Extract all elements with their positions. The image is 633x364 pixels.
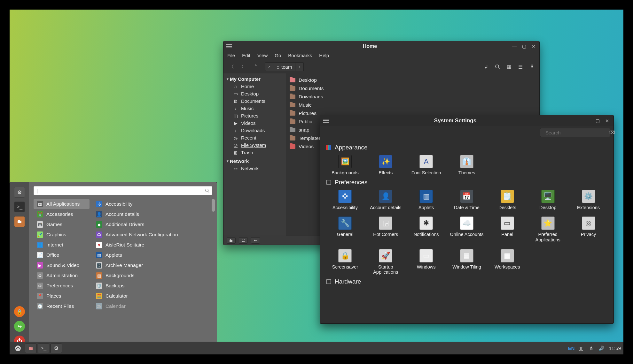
keyboard-layout-indicator[interactable]: EN [568, 345, 574, 351]
search-button[interactable] [493, 63, 502, 71]
settings-search-input[interactable]: ⌫ [540, 128, 610, 137]
clear-icon[interactable]: ⌫ [609, 130, 615, 135]
settings-item-online-accounts[interactable]: ☁️Online Accounts [448, 216, 486, 242]
icon-view-button[interactable]: ▦ [505, 63, 513, 71]
clock[interactable]: 11:59 [609, 345, 621, 351]
sidebar-item-pictures[interactable]: ◫Pictures [227, 112, 286, 119]
menu-category-preferences[interactable]: ⚙Preferences [34, 281, 90, 291]
breadcrumb-next[interactable]: › [295, 62, 304, 71]
minimize-button[interactable]: — [585, 118, 591, 124]
menu-category-sound-video[interactable]: ▶Sound & Video [34, 260, 90, 270]
logout-button[interactable]: ↪ [14, 321, 25, 332]
menu-app-calendar[interactable]: 28Calendar [93, 301, 212, 311]
status-hide-button[interactable]: ⇤ [251, 237, 260, 244]
sidebar-item-home[interactable]: ⌂Home [227, 83, 286, 90]
favorite-settings[interactable]: ⚙ [14, 187, 25, 198]
menu-search-input[interactable] [34, 186, 212, 195]
sidebar-item-music[interactable]: ♪Music [227, 105, 286, 112]
favorite-terminal[interactable]: >_ [14, 201, 25, 212]
breadcrumb-home[interactable]: ⌂ team [273, 62, 295, 71]
settings-item-date-time[interactable]: 📅Date & Time [448, 190, 486, 210]
hamburger-icon[interactable] [323, 119, 329, 123]
folder-documents[interactable]: Documents [289, 84, 536, 93]
menu-category-graphics[interactable]: 🖌️Graphics [34, 230, 90, 240]
menu-app-aisleriot-solitaire[interactable]: ♥AisleRiot Solitaire [93, 240, 212, 250]
settings-item-windows[interactable]: ▭Windows [407, 249, 446, 275]
settings-item-accessibility[interactable]: ✣Accessibility [326, 190, 364, 210]
settings-item-font-selection[interactable]: AFont Selection [407, 155, 446, 176]
settings-item-account-details[interactable]: 👤Account details [366, 190, 405, 210]
menu-app-backups[interactable]: 🛡️Backups [93, 281, 212, 291]
taskbar-terminal[interactable]: >_ [38, 344, 49, 353]
menu-category-accessories[interactable]: ✂️Accessories [34, 209, 90, 219]
settings-item-workspaces[interactable]: ▦Workspaces [488, 249, 527, 275]
maximize-button[interactable]: ▢ [594, 118, 601, 124]
maximize-button[interactable]: ▢ [521, 43, 527, 49]
menu-app-additional-drivers[interactable]: ◆Additional Drivers [93, 219, 212, 230]
menu-category-recent-files[interactable]: 🕘Recent Files [34, 301, 90, 311]
status-places-button[interactable]: 🖿 [227, 237, 236, 244]
settings-item-themes[interactable]: 👔Themes [448, 155, 486, 176]
menu-category-administration[interactable]: ⚙Administration [34, 270, 90, 281]
sidebar-item-downloads[interactable]: ↓Downloads [227, 127, 286, 134]
menu-button[interactable] [12, 344, 24, 353]
settings-item-panel[interactable]: ▭Panel [488, 216, 527, 242]
taskbar-settings[interactable]: ⚙ [51, 344, 62, 353]
folder-downloads[interactable]: Downloads [289, 93, 536, 101]
settings-item-backgrounds[interactable]: 🖼️Backgrounds [326, 155, 364, 176]
up-button[interactable]: ˄ [251, 62, 261, 72]
close-button[interactable]: ✕ [604, 118, 610, 124]
settings-item-window-tiling[interactable]: ▦Window Tiling [448, 249, 486, 275]
settings-item-screensaver[interactable]: 🔒Screensaver [326, 249, 364, 275]
network-icon[interactable]: ⋔ [588, 345, 594, 351]
favorite-files[interactable]: 🖿 [14, 216, 25, 227]
menu-file[interactable]: File [227, 53, 235, 58]
menu-help[interactable]: Help [319, 53, 329, 58]
menu-app-calculator[interactable]: 🧮Calculator [93, 291, 212, 301]
settings-item-desktop[interactable]: 🖥️Desktop [528, 190, 567, 210]
settings-item-effects[interactable]: ✨Effects [366, 155, 405, 176]
folder-desktop[interactable]: Desktop [289, 76, 536, 84]
folder-music[interactable]: Music [289, 101, 536, 109]
hamburger-icon[interactable] [226, 44, 232, 48]
minimize-button[interactable]: — [511, 43, 518, 49]
menu-app-archive-manager[interactable]: 🗄️Archive Manager [93, 260, 212, 270]
file-manager-titlebar[interactable]: Home — ▢ ✕ [223, 41, 539, 51]
menu-app-account-details[interactable]: 👤Account details [93, 209, 212, 219]
menu-edit[interactable]: Edit [242, 53, 250, 58]
menu-app-advanced-network-configuration[interactable]: ☊Advanced Network Configuration [93, 230, 212, 240]
settings-item-preferred-applications[interactable]: ⭐Preferred Applications [528, 216, 567, 242]
scrollbar[interactable] [212, 199, 215, 212]
close-button[interactable]: ✕ [530, 43, 537, 49]
settings-item-applets[interactable]: ▥Applets [407, 190, 446, 210]
settings-item-general[interactable]: 🔧General [326, 216, 364, 242]
settings-item-desklets[interactable]: 🗒️Desklets [488, 190, 527, 210]
sidebar-item-network[interactable]: ☷Network [227, 165, 286, 172]
settings-titlebar[interactable]: System Settings — ▢ ✕ [320, 115, 613, 126]
settings-item-extensions[interactable]: ⚙️Extensions [569, 190, 608, 210]
settings-item-startup-applications[interactable]: 🚀Startup Applications [366, 249, 405, 275]
status-tree-button[interactable]: 1: [239, 237, 248, 244]
menu-app-applets[interactable]: ▥Applets [93, 250, 212, 260]
menu-category-games[interactable]: 🎮Games [34, 219, 90, 230]
list-view-button[interactable]: ☰ [516, 63, 525, 71]
sidebar-item-recent[interactable]: ◷Recent [227, 134, 286, 141]
menu-view[interactable]: View [257, 53, 268, 58]
sidebar-item-filesystem[interactable]: ◎File System [227, 141, 286, 149]
menu-category-internet[interactable]: 🌐Internet [34, 240, 90, 250]
menu-go[interactable]: Go [275, 53, 281, 58]
taskbar-files[interactable]: 🖿 [25, 344, 36, 353]
settings-item-notifications[interactable]: ✱Notifications [407, 216, 446, 242]
sidebar-item-trash[interactable]: 🗑Trash [227, 149, 286, 156]
volume-icon[interactable]: 🔊 [598, 345, 604, 351]
sidebar-group-network[interactable]: ▾Network [227, 157, 286, 165]
sidebar-item-videos[interactable]: ▶Videos [227, 119, 286, 127]
compact-view-button[interactable]: ⠿ [528, 63, 536, 71]
menu-category-all-applications[interactable]: ▦All Applications [34, 199, 90, 209]
camera-indicator-icon[interactable]: ▯▯ [578, 345, 584, 351]
lock-button[interactable]: 🔒 [14, 306, 25, 317]
settings-item-privacy[interactable]: ◎Privacy [569, 216, 608, 242]
menu-category-office[interactable]: 📄Office [34, 250, 90, 260]
toggle-location-button[interactable]: ↲ [482, 63, 490, 71]
back-button[interactable]: 〈 [227, 62, 236, 72]
